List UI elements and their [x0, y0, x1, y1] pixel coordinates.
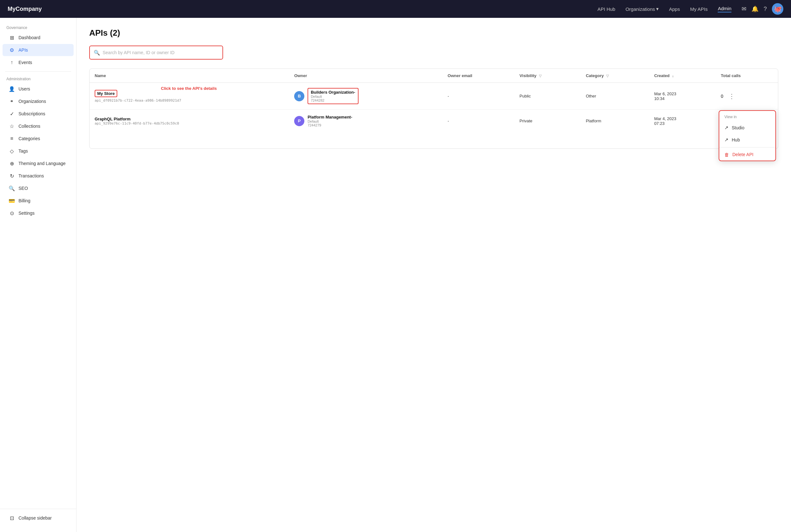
- sidebar-item-events[interactable]: ↑ Events: [3, 56, 74, 69]
- sidebar-label-categories: Categories: [18, 136, 40, 141]
- search-input[interactable]: [89, 45, 223, 60]
- settings-icon: ⊙: [9, 210, 15, 216]
- view-in-label: View in: [719, 111, 775, 122]
- sidebar-divider: [5, 71, 71, 72]
- users-icon: 👤: [9, 86, 15, 92]
- col-created: Created ↓: [649, 69, 716, 83]
- sidebar-label-billing: Billing: [18, 198, 30, 203]
- col-visibility: Visibility ▽: [514, 69, 581, 83]
- dashboard-icon: ⊞: [9, 35, 15, 40]
- nav-api-hub[interactable]: API Hub: [598, 6, 616, 12]
- nav-admin[interactable]: Admin: [718, 6, 731, 13]
- sidebar-item-transactions[interactable]: ↻ Transactions: [3, 170, 74, 182]
- cell-visibility-1: Public: [514, 83, 581, 110]
- table-row: My Store api_df0921b7b-c722-4eaa-a986-14…: [90, 83, 778, 110]
- owner-org-sub-2: Default: [307, 119, 352, 123]
- view-in-hub[interactable]: ↗ Hub: [719, 134, 775, 146]
- sidebar-label-theming: Theming and Language: [18, 161, 65, 166]
- sidebar-label-events: Events: [18, 60, 32, 65]
- sidebar-item-categories[interactable]: ≡ Categories: [3, 133, 74, 145]
- search-icon: 🔍: [94, 50, 100, 56]
- visibility-filter-icon[interactable]: ▽: [539, 74, 542, 78]
- cell-email-2: -: [442, 110, 514, 133]
- governance-section-label: Governance: [0, 23, 76, 31]
- bell-icon[interactable]: 🔔: [752, 5, 758, 13]
- api-id-2: api_9299e76c-11c9-40fd-b77e-4db75c0c59c0: [95, 121, 284, 126]
- sidebar-item-organizations[interactable]: ⚭ Organizations: [3, 95, 74, 107]
- owner-id-2: 7244279: [307, 123, 352, 127]
- theming-icon: ⊕: [9, 160, 15, 166]
- sidebar-item-billing[interactable]: 💳 Billing: [3, 195, 74, 207]
- sidebar-item-apis[interactable]: ⚙ APIs: [3, 44, 74, 56]
- sidebar-label-settings: Settings: [18, 211, 35, 216]
- delete-api-button[interactable]: 🗑 Delete API: [719, 149, 775, 160]
- owner-org-2: Platform Management-: [307, 115, 352, 119]
- category-filter-icon[interactable]: ▽: [606, 74, 609, 78]
- chevron-down-icon: ▾: [656, 6, 659, 12]
- sidebar-section-governance: Governance ⊞ Dashboard ⚙ APIs ↑ Events: [0, 23, 76, 69]
- sidebar-label-users: Users: [18, 86, 30, 91]
- administration-section-label: Administration: [0, 74, 76, 82]
- api-id-1: api_df0921b7b-c722-4eaa-a986-14b8989921d…: [95, 98, 284, 102]
- cell-owner-1: B Builders Organization- Default 7244282: [289, 83, 442, 110]
- view-in-studio[interactable]: ↗ Studio: [719, 122, 775, 134]
- context-menu: View in ↗ Studio ↗ Hub: [719, 110, 776, 161]
- table-header-row: Name Owner Owner email Visibility ▽ Cate…: [90, 69, 778, 83]
- col-total-calls: Total calls: [716, 69, 778, 83]
- api-name-2[interactable]: GraphQL Platform: [95, 117, 130, 121]
- sidebar-item-collections[interactable]: ☆ Collections: [3, 120, 74, 132]
- sidebar-label-transactions: Transactions: [18, 173, 44, 178]
- help-icon[interactable]: ?: [764, 6, 767, 13]
- col-owner-email: Owner email: [442, 69, 514, 83]
- billing-icon: 💳: [9, 198, 15, 204]
- owner-cell-2: P Platform Management- Default 7244279: [294, 115, 437, 127]
- cell-email-1: -: [442, 83, 514, 110]
- sidebar-bottom: ⊡ Collapse sidebar: [0, 509, 76, 527]
- sidebar-item-seo[interactable]: 🔍 SEO: [3, 182, 74, 194]
- external-link-icon-studio: ↗: [724, 125, 729, 131]
- topnav-icons: ✉ 🔔 ? 🐙: [741, 3, 783, 15]
- tags-icon: ◇: [9, 148, 15, 154]
- sidebar-label-subscriptions: Subscriptions: [18, 111, 45, 116]
- col-owner: Owner: [289, 69, 442, 83]
- sidebar-item-settings[interactable]: ⊙ Settings: [3, 207, 74, 219]
- page-count: (: [110, 28, 113, 38]
- created-sort-icon[interactable]: ↓: [672, 74, 674, 78]
- mail-icon[interactable]: ✉: [741, 5, 747, 13]
- sidebar-item-theming[interactable]: ⊕ Theming and Language: [3, 157, 74, 170]
- more-options-button-1[interactable]: ⋮: [726, 91, 737, 101]
- cell-created-1: Mar 6, 2023 10:34: [649, 83, 716, 110]
- sidebar-collapse[interactable]: ⊡ Collapse sidebar: [3, 512, 74, 524]
- brand-logo[interactable]: MyCompany: [8, 6, 42, 13]
- nav-links: API Hub Organizations ▾ Apps My APIs Adm…: [598, 6, 731, 13]
- sidebar-item-tags[interactable]: ◇ Tags: [3, 145, 74, 157]
- top-navigation: MyCompany API Hub Organizations ▾ Apps M…: [0, 0, 791, 18]
- sidebar-item-users[interactable]: 👤 Users: [3, 83, 74, 95]
- col-name: Name: [90, 69, 289, 83]
- main-content: APIs (2) 🔍 Name Owner Owner email: [76, 18, 791, 532]
- sidebar-item-dashboard[interactable]: ⊞ Dashboard: [3, 32, 74, 44]
- sidebar-item-subscriptions[interactable]: ✓ Subscriptions: [3, 108, 74, 120]
- sidebar-label-collections: Collections: [18, 124, 40, 129]
- pagination-row: Rows per page: 25 50 100: [90, 132, 778, 149]
- tooltip-text: Click to see the API's details: [161, 86, 217, 91]
- external-link-icon-hub: ↗: [724, 137, 729, 143]
- cell-calls-1: 0 ⋮ View in ↗ Studio: [716, 83, 778, 110]
- owner-name-info-2: Platform Management- Default 7244279: [307, 115, 352, 127]
- owner-id-1: 7244282: [311, 98, 355, 102]
- sidebar-label-tags: Tags: [18, 149, 28, 154]
- page-title: APIs (2): [89, 28, 778, 38]
- cell-category-2: Platform: [581, 110, 649, 133]
- user-avatar[interactable]: 🐙: [772, 3, 783, 15]
- owner-org-1: Builders Organization-: [311, 90, 355, 95]
- nav-apps[interactable]: Apps: [669, 6, 680, 12]
- nav-my-apis[interactable]: My APIs: [690, 6, 708, 12]
- api-table: Name Owner Owner email Visibility ▽ Cate…: [90, 69, 778, 132]
- api-name-1[interactable]: My Store: [95, 90, 117, 97]
- nav-organizations[interactable]: Organizations ▾: [626, 6, 659, 12]
- transactions-icon: ↻: [9, 173, 15, 179]
- cell-name-2[interactable]: GraphQL Platform api_9299e76c-11c9-40fd-…: [90, 110, 289, 133]
- owner-cell-1: B Builders Organization- Default 7244282: [294, 88, 437, 104]
- cell-owner-2: P Platform Management- Default 7244279: [289, 110, 442, 133]
- total-calls-1: 0: [721, 94, 723, 99]
